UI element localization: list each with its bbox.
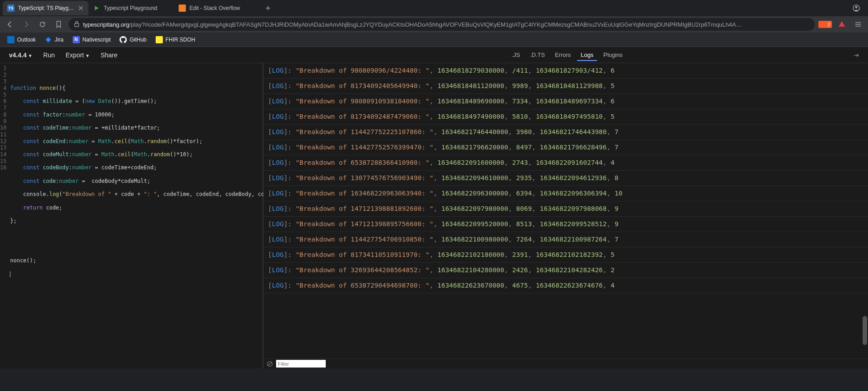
logs-panel: [LOG]: "Breakdown of 980809096/4224480: … [263,63,868,368]
bookmark-label: FHIR SDOH [166,37,195,43]
browser-tab-active[interactable]: TS TypeScript: TS Playground - An [3,1,88,15]
bookmark-jira[interactable]: Jira [41,34,67,45]
log-line: [LOG]: "Breakdown of 81734092487479060: … [263,109,868,125]
version-selector[interactable]: v4.4.4▼ [5,49,37,61]
browser-tab[interactable]: Edit - Stack Overflow [174,1,260,15]
bookmark-nativescript[interactable]: NNativescript [69,34,115,45]
log-line: [LOG]: "Breakdown of 32693644208564852: … [263,263,868,278]
log-line: [LOG]: "Breakdown of 65387288366410980: … [263,155,868,171]
ts-play-icon [93,5,100,12]
tab-logs[interactable]: Logs [577,50,597,61]
tab-dts[interactable]: .D.TS [526,50,549,61]
new-tab-button[interactable] [262,2,274,14]
run-button[interactable]: Run [39,49,60,61]
menu-button[interactable] [852,18,864,31]
log-line: [LOG]: "Breakdown of 114427752225107860:… [263,125,868,140]
bookmark-label: Outlook [17,37,36,43]
log-line: [LOG]: "Breakdown of 65387290494698700: … [263,278,868,293]
tab-title: Edit - Stack Overflow [189,5,255,11]
log-line: [LOG]: "Breakdown of 130774576756903490:… [263,171,868,186]
scrollbar-thumb[interactable] [863,316,867,345]
log-line: [LOG]: "Breakdown of 114427752576399470:… [263,140,868,155]
bookmark-label: Jira [55,37,63,43]
tab-strip: TS TypeScript: TS Playground - An Typesc… [0,0,868,16]
url-text: typescriptlang.org/play?#code/FAMwrgdgxg… [83,21,742,28]
svg-point-1 [855,6,858,9]
clear-filter-icon[interactable] [266,360,273,368]
back-button[interactable] [4,18,16,31]
log-line: [LOG]: "Breakdown of 980809096/4224480: … [263,63,868,79]
code-content[interactable]: function nonce(){ const millidate = (new… [10,63,290,368]
playground-body: 12345678910111213141516 function nonce()… [0,63,868,368]
address-bar[interactable]: typescriptlang.org/play?#code/FAMwrgdgxg… [69,18,815,31]
browser-tab[interactable]: Typescript Playground [88,1,174,15]
svg-rect-2 [75,23,79,27]
github-icon [120,36,127,43]
footer-space [0,368,868,391]
chevron-down-icon: ▼ [28,53,32,58]
line-gutter: 12345678910111213141516 [0,63,10,368]
tab-plugins[interactable]: Plugins [600,50,626,61]
log-line: [LOG]: "Breakdown of 81734092405649940: … [263,79,868,94]
tab-title: TypeScript: TS Playground - An [18,5,74,11]
playground: v4.4.4▼ Run Export▼ Share ⇥ .JS .D.TS Er… [0,47,868,368]
export-button[interactable]: Export▼ [61,49,94,61]
output-tabs: .JS .D.TS Errors Logs Plugins [266,47,868,63]
filter-bar [263,358,868,368]
bookmarks-bar: Outlook Jira NNativescript GitHub FHIR S… [0,33,868,47]
code-editor[interactable]: 12345678910111213141516 function nonce()… [0,63,263,368]
log-line: [LOG]: "Breakdown of 98080910938184000: … [263,94,868,109]
log-line: [LOG]: "Breakdown of 147121398895756600:… [263,217,868,232]
bookmark-fhir[interactable]: FHIR SDOH [152,34,199,45]
playground-toolbar: v4.4.4▼ Run Export▼ Share ⇥ .JS .D.TS Er… [0,47,868,63]
log-line: [LOG]: "Breakdown of 81734110510911970: … [263,247,868,263]
brave-rewards-icon[interactable] [836,18,848,31]
lock-icon [74,21,79,28]
tab-title: Typescript Playground [104,5,170,11]
bookmark-button[interactable] [52,18,65,31]
ts-icon: TS [7,5,14,12]
tab-errors[interactable]: Errors [551,50,574,61]
bookmark-github[interactable]: GitHub [116,34,150,45]
filter-input[interactable] [276,360,326,368]
logs-scroll[interactable]: [LOG]: "Breakdown of 980809096/4224480: … [263,63,868,358]
bookmark-outlook[interactable]: Outlook [4,34,39,45]
tab-js[interactable]: .JS [508,50,524,61]
forward-button[interactable] [20,18,32,31]
badge-count: 2 [827,22,830,27]
log-line: [LOG]: "Breakdown of 114427754706910850:… [263,232,868,247]
bookmark-label: Nativescript [83,37,111,43]
bookmark-label: GitHub [129,37,146,43]
chevron-down-icon: ▼ [85,53,90,58]
output-scrollbar[interactable] [862,65,867,357]
close-icon[interactable] [78,5,84,11]
share-button[interactable]: Share [96,49,122,61]
reload-button[interactable] [36,18,49,31]
brave-shield-badge[interactable]: 2 [818,21,832,28]
stackoverflow-icon [179,5,186,12]
browser-toolbar: typescriptlang.org/play?#code/FAMwrgdgxg… [0,16,868,33]
jira-icon [45,36,52,43]
account-icon[interactable] [847,5,865,12]
log-line: [LOG]: "Breakdown of 163468220963063940:… [263,186,868,201]
log-line: [LOG]: "Breakdown of 147121398881892600:… [263,201,868,217]
